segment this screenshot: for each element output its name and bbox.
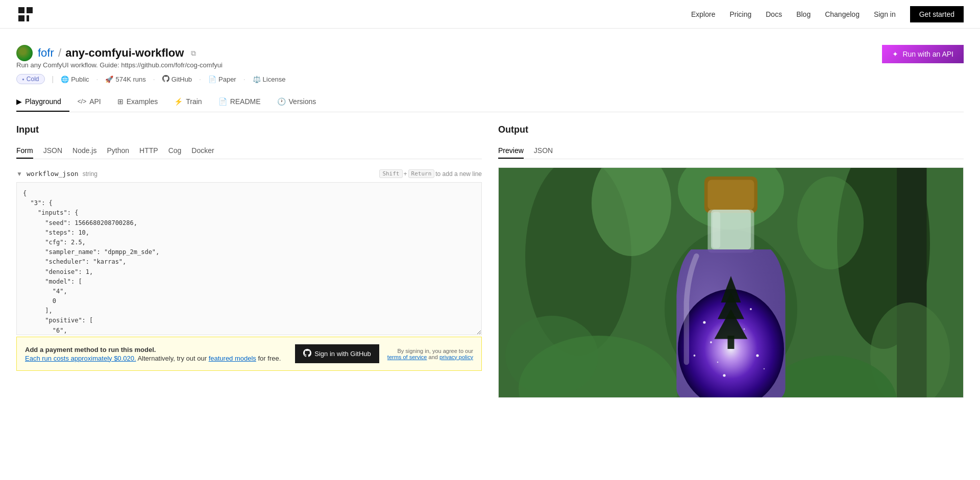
model-title-row: fofr / any-comfyui-workflow ⧉ <box>16 45 285 61</box>
sub-tab-json[interactable]: JSON <box>43 143 62 159</box>
svg-rect-2 <box>18 15 24 21</box>
wand-icon: ✦ <box>892 50 898 58</box>
meta-runs: 🚀 574K runs <box>105 75 145 83</box>
sub-tab-python[interactable]: Python <box>107 143 129 159</box>
tab-playground[interactable]: ▶ Playground <box>16 92 69 112</box>
cost-link[interactable]: Each run costs approximately $0.020. <box>25 355 136 362</box>
bolt-icon: ⚡ <box>174 97 183 106</box>
payment-title: Add a payment method to run this model. <box>25 346 281 353</box>
tos-link[interactable]: terms of service <box>387 354 427 360</box>
model-title: fofr / any-comfyui-workflow <box>38 46 184 60</box>
clock-icon: 🕐 <box>277 97 286 106</box>
tab-api[interactable]: </> API <box>78 92 109 112</box>
svg-point-10 <box>797 176 864 269</box>
api-icon: </> <box>78 98 86 105</box>
tab-train[interactable]: ⚡ Train <box>174 92 210 112</box>
page-content: fofr / any-comfyui-workflow ⧉ Run any Co… <box>0 29 980 398</box>
svg-point-27 <box>744 329 745 330</box>
payment-actions: Sign in with GitHub By signing in, you a… <box>295 344 473 363</box>
svg-point-29 <box>764 368 765 370</box>
model-owner-link[interactable]: fofr <box>38 46 54 59</box>
output-image <box>499 168 963 397</box>
output-sub-tabs: Preview JSON <box>498 143 964 159</box>
featured-models-link[interactable]: featured models <box>209 355 256 362</box>
payment-desc: Each run costs approximately $0.020. Alt… <box>25 355 281 362</box>
tab-examples[interactable]: ⊞ Examples <box>117 92 166 112</box>
github-signin-icon <box>303 349 311 359</box>
nav-pricing[interactable]: Pricing <box>729 10 751 18</box>
sub-tab-cog[interactable]: Cog <box>168 143 182 159</box>
output-tab-preview[interactable]: Preview <box>498 143 524 159</box>
meta-paper[interactable]: 📄 Paper <box>208 75 236 83</box>
navbar: Explore Pricing Docs Blog Changelog Sign… <box>0 0 980 29</box>
nav-docs[interactable]: Docs <box>766 10 782 18</box>
input-sub-tabs: Form JSON Node.js Python HTTP Cog Docker <box>16 143 482 159</box>
sub-tab-http[interactable]: HTTP <box>139 143 158 159</box>
svg-point-23 <box>717 362 719 363</box>
shift-hint: Shift + Return to add a new line <box>379 169 482 178</box>
svg-rect-35 <box>713 212 721 248</box>
svg-point-28 <box>723 374 725 376</box>
tab-versions[interactable]: 🕐 Versions <box>277 92 325 112</box>
nav-signin[interactable]: Sign in <box>874 10 896 18</box>
forest-svg <box>499 168 963 397</box>
grid-icon: ⊞ <box>117 97 124 106</box>
meta-visibility: 🌐 Public <box>61 75 89 83</box>
github-icon <box>162 75 169 84</box>
github-signin-button[interactable]: Sign in with GitHub <box>295 344 379 363</box>
nav-blog[interactable]: Blog <box>796 10 811 18</box>
tab-readme[interactable]: 📄 README <box>218 92 269 112</box>
cold-badge: Cold <box>16 74 45 84</box>
output-image-container <box>498 167 964 398</box>
sub-tab-nodejs[interactable]: Node.js <box>72 143 96 159</box>
sign-in-note: By signing in, you agree to our terms of… <box>387 348 473 360</box>
svg-point-24 <box>756 354 758 357</box>
avatar <box>16 45 33 61</box>
title-separator: / <box>58 46 61 59</box>
svg-rect-3 <box>27 15 29 21</box>
return-key: Return <box>408 169 435 178</box>
get-started-button[interactable]: Get started <box>910 6 964 22</box>
scale-icon: ⚖️ <box>253 75 261 83</box>
sub-tab-docker[interactable]: Docker <box>191 143 214 159</box>
nav-links: Explore Pricing Docs Blog Changelog Sign… <box>691 6 964 22</box>
model-meta: Cold | 🌐 Public · 🚀 574K runs · GitHub <box>16 74 285 84</box>
forest-background <box>499 168 963 397</box>
svg-rect-0 <box>18 7 24 13</box>
svg-point-21 <box>703 321 705 323</box>
meta-license[interactable]: ⚖️ License <box>253 75 286 83</box>
run-api-button[interactable]: ✦ Run with an API <box>882 45 964 63</box>
svg-rect-17 <box>708 180 754 210</box>
model-header: fofr / any-comfyui-workflow ⧉ Run any Co… <box>16 45 964 84</box>
paper-icon: 📄 <box>208 75 216 83</box>
payment-banner: Add a payment method to run this model. … <box>16 337 482 371</box>
model-description: Run any ComfyUI workflow. Guide: https:/… <box>16 61 285 69</box>
globe-icon: 🌐 <box>61 75 69 83</box>
shift-key: Shift <box>379 169 402 178</box>
svg-point-26 <box>710 341 712 343</box>
svg-rect-34 <box>728 336 734 349</box>
meta-github[interactable]: GitHub <box>162 75 192 84</box>
nav-changelog[interactable]: Changelog <box>825 10 860 18</box>
svg-point-30 <box>694 355 696 357</box>
content-grid: Input Form JSON Node.js Python HTTP Cog … <box>16 124 964 398</box>
model-name: any-comfyui-workflow <box>65 46 184 59</box>
logo[interactable] <box>16 5 35 23</box>
json-editor[interactable] <box>16 182 482 335</box>
copy-icon[interactable]: ⧉ <box>191 49 196 58</box>
svg-rect-1 <box>27 7 33 13</box>
output-panel: Output Preview JSON <box>498 124 964 398</box>
svg-point-22 <box>750 308 752 310</box>
field-type-label: string <box>83 170 97 178</box>
doc-icon: 📄 <box>218 97 227 106</box>
nav-explore[interactable]: Explore <box>691 10 715 18</box>
logo-icon <box>16 5 35 23</box>
play-icon: ▶ <box>16 97 22 106</box>
field-label-row: ▼ workflow_json string Shift + Return to… <box>16 169 482 178</box>
sub-tab-form[interactable]: Form <box>16 143 33 159</box>
main-tabs: ▶ Playground </> API ⊞ Examples ⚡ Train … <box>16 92 964 112</box>
input-title: Input <box>16 124 482 135</box>
privacy-link[interactable]: privacy policy <box>439 354 473 360</box>
output-title: Output <box>498 124 964 135</box>
output-tab-json[interactable]: JSON <box>534 143 553 159</box>
